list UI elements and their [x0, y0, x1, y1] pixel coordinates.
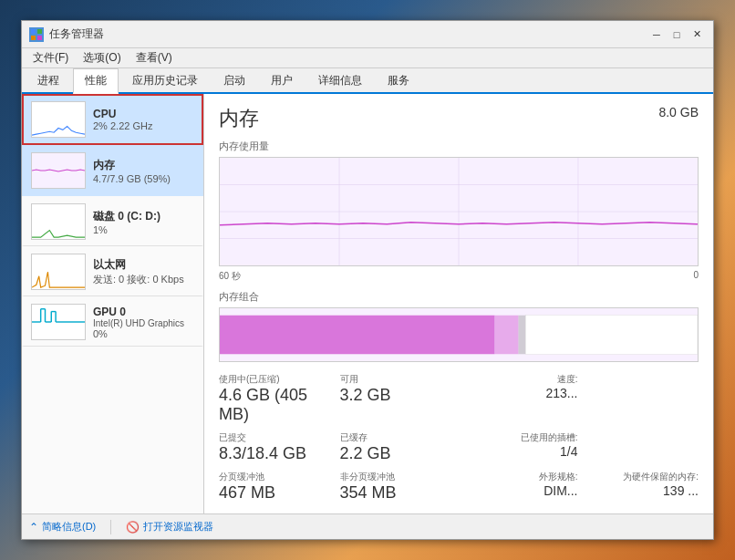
- ethernet-info: 以太网 发送: 0 接收: 0 Kbps: [93, 257, 194, 286]
- stat-form-factor-label: 外形规格: DIM...: [461, 471, 578, 503]
- gpu-mini-graph: [31, 304, 86, 340]
- svg-rect-0: [31, 29, 36, 34]
- footer-separator: [110, 520, 111, 534]
- monitor-label[interactable]: 打开资源监视器: [143, 520, 213, 534]
- content-area: CPU 2% 2.22 GHz 内存 4.7/7.9 GB (59%): [22, 94, 713, 513]
- svg-rect-2: [31, 36, 36, 40]
- tab-process[interactable]: 进程: [26, 68, 71, 92]
- stat-reserved-label: 为硬件保留的内存: 139 ...: [582, 471, 699, 503]
- right-panel: 内存 8.0 GB 内存使用量 7.9 GB: [204, 94, 713, 513]
- gpu-info: GPU 0 Intel(R) UHD Graphics 0%: [93, 306, 194, 339]
- svg-rect-26: [220, 316, 494, 355]
- resource-item-disk[interactable]: 磁盘 0 (C: D:) 1%: [22, 196, 203, 246]
- app-icon: [29, 27, 44, 42]
- stat-empty2: [582, 431, 699, 463]
- disk-mini-graph: [31, 203, 86, 240]
- panel-title: 内存: [219, 105, 259, 132]
- memory-name: 内存: [93, 158, 194, 173]
- title-bar: 任务管理器 ─ □ ✕: [22, 21, 713, 48]
- disk-value: 1%: [93, 224, 194, 235]
- gpu-name: GPU 0: [93, 306, 194, 318]
- menu-view[interactable]: 查看(V): [129, 48, 180, 67]
- summary-label[interactable]: 简略信息(D): [42, 520, 96, 534]
- stat-paged-pool: 分页缓冲池 467 MB: [219, 471, 336, 503]
- menu-file[interactable]: 文件(F): [26, 48, 76, 67]
- no-sign-icon: 🚫: [126, 521, 140, 534]
- footer-bar: ⌃ 简略信息(D) 🚫 打开资源监视器: [22, 513, 713, 539]
- left-panel: CPU 2% 2.22 GHz 内存 4.7/7.9 GB (59%): [22, 94, 204, 513]
- gpu-value: 0%: [93, 328, 194, 339]
- cpu-info: CPU 2% 2.22 GHz: [93, 108, 194, 131]
- stat-speed-label: 速度: 213...: [461, 373, 578, 424]
- window-controls: ─ □ ✕: [647, 26, 706, 44]
- usage-chart: [219, 157, 699, 266]
- chart-footer: 60 秒 0: [219, 270, 699, 283]
- resource-item-memory[interactable]: 内存 4.7/7.9 GB (59%): [22, 145, 203, 196]
- tab-performance[interactable]: 性能: [73, 68, 119, 94]
- svg-rect-27: [494, 316, 518, 355]
- stat-committed: 已提交 8.3/18.4 GB: [219, 431, 336, 463]
- stat-empty1: [582, 373, 699, 424]
- combo-label: 内存组合: [219, 290, 699, 304]
- chart-time-left: 60 秒: [219, 270, 241, 283]
- memory-info: 内存 4.7/7.9 GB (59%): [93, 158, 194, 184]
- svg-rect-29: [525, 316, 698, 355]
- maximize-button[interactable]: □: [668, 26, 686, 44]
- disk-info: 磁盘 0 (C: D:) 1%: [93, 209, 194, 235]
- stat-in-use: 使用中(已压缩) 4.6 GB (405 MB): [219, 373, 336, 424]
- tab-apphistory[interactable]: 应用历史记录: [120, 68, 210, 92]
- cpu-mini-graph: [31, 101, 86, 138]
- chevron-up-icon: ⌃: [29, 521, 38, 534]
- close-button[interactable]: ✕: [688, 26, 706, 44]
- stat-cached: 已缓存 2.2 GB: [340, 431, 458, 463]
- svg-rect-6: [32, 204, 85, 239]
- svg-rect-3: [37, 36, 42, 40]
- tab-startup[interactable]: 启动: [212, 68, 257, 92]
- chart-time-right: 0: [693, 270, 699, 283]
- tab-bar: 进程 性能 应用历史记录 启动 用户 详细信息 服务: [22, 68, 713, 94]
- disk-name: 磁盘 0 (C: D:): [93, 209, 194, 224]
- minimize-button[interactable]: ─: [647, 26, 666, 44]
- stat-slots-label: 已使用的插槽: 1/4: [461, 431, 578, 463]
- ethernet-mini-graph: [31, 254, 86, 290]
- combo-chart: [219, 307, 699, 362]
- window-title: 任务管理器: [49, 26, 647, 42]
- memory-value: 4.7/7.9 GB (59%): [93, 173, 194, 184]
- memory-mini-graph: [31, 152, 86, 189]
- tab-services[interactable]: 服务: [376, 68, 421, 92]
- cpu-value: 2% 2.22 GHz: [93, 120, 194, 131]
- menu-options[interactable]: 选项(O): [76, 48, 128, 67]
- monitor-link[interactable]: 🚫 打开资源监视器: [126, 520, 213, 534]
- task-manager-window: 任务管理器 ─ □ ✕ 文件(F) 选项(O) 查看(V) 进程 性能 应用历史…: [21, 20, 714, 540]
- panel-total: 8.0 GB: [658, 105, 699, 119]
- svg-rect-1: [37, 29, 42, 34]
- menu-bar: 文件(F) 选项(O) 查看(V): [22, 48, 713, 68]
- ethernet-value: 发送: 0 接收: 0 Kbps: [93, 273, 194, 286]
- resource-item-cpu[interactable]: CPU 2% 2.22 GHz: [22, 94, 203, 145]
- stat-available: 可用 3.2 GB: [340, 373, 458, 424]
- resource-item-gpu[interactable]: GPU 0 Intel(R) UHD Graphics 0%: [22, 296, 203, 347]
- svg-rect-28: [519, 316, 526, 355]
- panel-header: 内存 8.0 GB: [219, 105, 699, 132]
- svg-rect-4: [32, 102, 85, 137]
- cpu-name: CPU: [93, 108, 194, 120]
- tab-users[interactable]: 用户: [259, 68, 305, 92]
- gpu-desc: Intel(R) UHD Graphics: [93, 318, 194, 328]
- usage-label: 内存使用量: [219, 140, 699, 153]
- ethernet-name: 以太网: [93, 257, 194, 273]
- resource-item-ethernet[interactable]: 以太网 发送: 0 接收: 0 Kbps: [22, 246, 203, 296]
- stats-grid: 使用中(已压缩) 4.6 GB (405 MB) 可用 3.2 GB 速度: 2…: [219, 373, 699, 503]
- stat-nonpaged-pool: 非分页缓冲池 354 MB: [340, 471, 458, 503]
- tab-details[interactable]: 详细信息: [306, 68, 374, 92]
- summary-link[interactable]: ⌃ 简略信息(D): [29, 520, 96, 534]
